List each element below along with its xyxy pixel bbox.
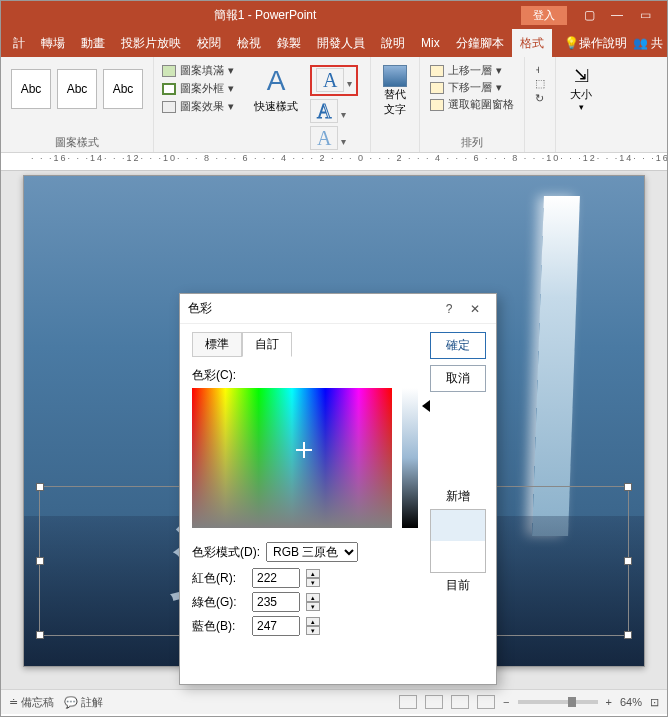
color-spectrum[interactable]	[192, 388, 392, 528]
normal-view-button[interactable]	[399, 695, 417, 709]
outline-swatch-icon	[162, 83, 176, 95]
notes-label: 備忘稿	[21, 696, 54, 708]
zoom-in-button[interactable]: +	[606, 696, 612, 708]
shape-options: 圖案填滿▾ 圖案外框▾ 圖案效果▾	[154, 57, 242, 152]
dialog-titlebar[interactable]: 色彩 ? ✕	[180, 294, 496, 324]
text-effect-button[interactable]: A ▾	[310, 127, 358, 150]
shape-style-preset-2[interactable]: Abc	[57, 69, 97, 109]
send-backward-button[interactable]: 下移一層 ▾	[430, 80, 514, 95]
shape-fill-button[interactable]: 圖案填滿▾	[162, 63, 234, 78]
luminance-thumb[interactable]	[422, 400, 430, 412]
cancel-button[interactable]: 取消	[430, 365, 486, 392]
align-button[interactable]: ⫞	[535, 63, 545, 75]
size-label: 大小	[570, 87, 592, 102]
red-label: 紅色(R):	[192, 570, 246, 587]
document-title: 簡報1 - PowerPoint	[9, 7, 521, 24]
text-outline-button[interactable]: A ▾	[310, 100, 358, 123]
building-graphic	[532, 196, 580, 536]
tell-me[interactable]: 💡 操作說明 👥 共	[564, 35, 663, 52]
green-spin-up[interactable]: ▴	[306, 593, 320, 602]
restore-icon[interactable]: ▭	[631, 8, 659, 22]
shape-style-preset-1[interactable]: Abc	[11, 69, 51, 109]
share-icon[interactable]: 👥 共	[633, 35, 663, 52]
resize-handle[interactable]	[624, 483, 632, 491]
color-preview	[430, 509, 486, 573]
red-spin-up[interactable]: ▴	[306, 569, 320, 578]
group-button[interactable]: ⬚	[535, 77, 545, 90]
alt-text-button[interactable]: 替代 文字	[377, 59, 413, 123]
reading-view-button[interactable]	[451, 695, 469, 709]
shape-effect-button[interactable]: 圖案效果▾	[162, 99, 234, 114]
rotate-button[interactable]: ↻	[535, 92, 545, 105]
minimize-icon[interactable]: —	[603, 8, 631, 22]
notes-button[interactable]: ≐ 備忘稿	[9, 695, 54, 710]
dialog-close-button[interactable]: ✕	[462, 302, 488, 316]
blue-label: 藍色(B):	[192, 618, 246, 635]
text-outline-icon: A	[310, 99, 338, 123]
spectrum-crosshair[interactable]	[298, 444, 310, 456]
zoom-thumb[interactable]	[568, 697, 576, 707]
text-fill-button[interactable]: A ▾	[310, 65, 358, 96]
zoom-out-button[interactable]: −	[503, 696, 509, 708]
current-color-label: 目前	[430, 577, 486, 594]
tab-custom[interactable]: 自訂	[242, 332, 292, 357]
tab-record[interactable]: 錄製	[269, 29, 309, 58]
tab-developer[interactable]: 開發人員	[309, 29, 373, 58]
sorter-view-button[interactable]	[425, 695, 443, 709]
fit-window-button[interactable]: ⊡	[650, 696, 659, 709]
quick-style-button[interactable]: A 快速樣式	[248, 59, 304, 156]
green-spin-down[interactable]: ▾	[306, 602, 320, 611]
wordart-styles-group: A 快速樣式 A ▾ A ▾ A ▾	[242, 57, 371, 152]
zoom-slider[interactable]	[518, 700, 598, 704]
luminance-slider[interactable]	[402, 388, 418, 528]
text-fill-icon: A	[316, 68, 344, 92]
color-mode-select[interactable]: RGB 三原色	[266, 542, 358, 562]
send-backward-label: 下移一層	[448, 80, 492, 95]
zoom-level[interactable]: 64%	[620, 696, 642, 708]
tab-review[interactable]: 校閱	[189, 29, 229, 58]
comments-button[interactable]: 💬 註解	[64, 695, 103, 710]
dialog-help-button[interactable]: ?	[436, 302, 462, 316]
resize-handle[interactable]	[36, 631, 44, 639]
effect-swatch-icon	[162, 101, 176, 113]
shape-fill-label: 圖案填滿	[180, 63, 224, 78]
blue-input[interactable]	[252, 616, 300, 636]
selection-pane-icon	[430, 99, 444, 111]
bring-forward-button[interactable]: 上移一層 ▾	[430, 63, 514, 78]
resize-handle[interactable]	[624, 557, 632, 565]
ribbon-options-icon[interactable]: ▢	[575, 8, 603, 22]
tab-mix[interactable]: Mix	[413, 30, 448, 56]
comments-label: 註解	[81, 696, 103, 708]
tab-animations[interactable]: 動畫	[73, 29, 113, 58]
blue-spin-down[interactable]: ▾	[306, 626, 320, 635]
selection-pane-button[interactable]: 選取範圍窗格	[430, 97, 514, 112]
quick-style-label: 快速樣式	[254, 99, 298, 114]
resize-handle[interactable]	[36, 483, 44, 491]
chevron-down-icon: ▾	[344, 78, 352, 89]
green-input[interactable]	[252, 592, 300, 612]
tab-minscript[interactable]: 分鐘腳本	[448, 29, 512, 58]
shape-style-preset-3[interactable]: Abc	[103, 69, 143, 109]
red-input[interactable]	[252, 568, 300, 588]
slide-canvas[interactable]: · · ·16· · ·14· · ·12· · ·10· · · 8 · · …	[1, 153, 667, 689]
shape-outline-button[interactable]: 圖案外框▾	[162, 81, 234, 96]
size-button[interactable]: ⇲ 大小 ▾	[562, 59, 600, 118]
resize-handle[interactable]	[36, 557, 44, 565]
slideshow-view-button[interactable]	[477, 695, 495, 709]
chevron-down-icon: ▾	[579, 102, 584, 112]
red-spin-down[interactable]: ▾	[306, 578, 320, 587]
login-button[interactable]: 登入	[521, 6, 567, 25]
shape-styles-label: 圖案樣式	[7, 133, 147, 150]
tab-design[interactable]: 計	[5, 29, 33, 58]
title-bar: 簡報1 - PowerPoint 登入 ▢ — ▭	[1, 1, 667, 29]
tab-slideshow[interactable]: 投影片放映	[113, 29, 189, 58]
tab-standard[interactable]: 標準	[192, 332, 242, 357]
ok-button[interactable]: 確定	[430, 332, 486, 359]
tab-transitions[interactable]: 轉場	[33, 29, 73, 58]
resize-handle[interactable]	[624, 631, 632, 639]
blue-spin-up[interactable]: ▴	[306, 617, 320, 626]
shape-effect-label: 圖案效果	[180, 99, 224, 114]
tab-format[interactable]: 格式	[512, 29, 552, 58]
tab-help[interactable]: 說明	[373, 29, 413, 58]
tab-view[interactable]: 檢視	[229, 29, 269, 58]
